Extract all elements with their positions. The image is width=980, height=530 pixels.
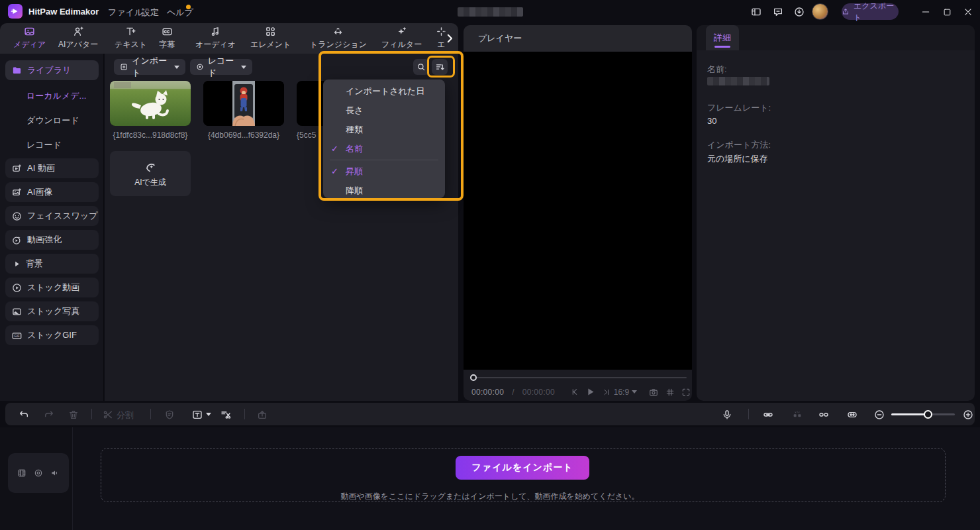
- sidebar-item-library[interactable]: ライブラリ: [5, 60, 99, 80]
- sort-option-ascending[interactable]: ✓ 昇順: [323, 162, 445, 181]
- zoom-out-button[interactable]: [873, 409, 885, 421]
- record-dropdown-button[interactable]: レコード: [190, 59, 252, 75]
- media-thumbnail-kitten[interactable]: [110, 81, 191, 126]
- grid-button[interactable]: [664, 388, 675, 397]
- ai-image-icon: [12, 187, 22, 197]
- unlink-magnet-button[interactable]: [791, 409, 803, 421]
- player-seekbar[interactable]: [470, 374, 687, 381]
- aspect-ratio-value[interactable]: 16:9: [614, 388, 629, 397]
- sort-option-name[interactable]: ✓ 名前: [323, 139, 445, 158]
- tab-transition[interactable]: トランジション: [310, 26, 367, 50]
- link-button[interactable]: [762, 409, 774, 421]
- tab-audio[interactable]: オーディオ: [195, 26, 236, 50]
- feedback-button[interactable]: [771, 5, 785, 19]
- sort-option-import-date[interactable]: インポートされた日: [323, 81, 445, 101]
- sidebar-item-ai-video[interactable]: AI 動画: [5, 158, 99, 178]
- filmstrip-icon[interactable]: [17, 468, 26, 478]
- minimize-button[interactable]: [918, 5, 933, 19]
- ai-video-icon: [12, 164, 22, 174]
- sort-option-duration[interactable]: 長さ: [323, 101, 445, 120]
- menu-settings[interactable]: 設定: [142, 7, 159, 19]
- speaker-icon[interactable]: [50, 468, 60, 478]
- unlink-button[interactable]: [818, 409, 830, 421]
- player-panel: プレイヤー 00:00:00 / 00:00:00 16:9: [464, 25, 692, 401]
- sidebar-item-video-enhance[interactable]: 動画強化: [5, 230, 99, 250]
- snapshot-button[interactable]: [648, 388, 659, 397]
- sidebar-item-stock-video[interactable]: ストック動画: [5, 278, 99, 297]
- tab-element[interactable]: エレメント: [250, 26, 291, 50]
- search-button[interactable]: [413, 59, 429, 75]
- sidebar-item-background[interactable]: 背景: [5, 254, 99, 274]
- player-header: プレイヤー: [464, 25, 692, 52]
- sort-option-descending[interactable]: 降順: [323, 181, 445, 200]
- seek-handle[interactable]: [470, 374, 477, 381]
- caret-down-icon: [206, 413, 211, 416]
- ai-generate-card[interactable]: AIで生成: [110, 151, 191, 196]
- element-icon: [265, 26, 276, 37]
- media-item-label: {4db069d...f6392da}: [203, 131, 284, 140]
- export-frame-button[interactable]: [256, 409, 268, 421]
- delete-button[interactable]: [68, 409, 79, 421]
- framerate-value: 30: [707, 116, 716, 126]
- import-file-label: ファイルをインポート: [472, 462, 573, 474]
- undo-button[interactable]: [18, 409, 30, 421]
- caret-down-icon: [241, 66, 246, 69]
- timeline-zoom-slider[interactable]: [891, 413, 955, 415]
- maximize-button[interactable]: [940, 5, 954, 19]
- badge-button[interactable]: [164, 409, 175, 421]
- import-file-button[interactable]: ファイルをインポート: [456, 456, 589, 480]
- text-tool-button[interactable]: [191, 409, 203, 421]
- sidebar-label: ストック写真: [27, 305, 79, 317]
- library-sidebar: ライブラリ ローカルメデ... ダウンロード レコード AI 動画 AI画像 フ…: [0, 54, 104, 401]
- tab-ai-avatar[interactable]: AIアバター: [58, 26, 98, 50]
- zoom-slider-fill: [891, 413, 928, 415]
- sidebar-item-ai-image[interactable]: AI画像: [5, 182, 99, 202]
- help-notification-dot: [186, 5, 191, 9]
- chevron-right-icon: [444, 32, 456, 44]
- sort-button[interactable]: [432, 59, 448, 75]
- export-button[interactable]: エクスポート: [842, 3, 899, 20]
- zoom-slider-handle[interactable]: [924, 410, 932, 419]
- import-dropdown-button[interactable]: インポート: [114, 59, 185, 75]
- drop-hint-text: 動画や画像をここにドラッグまたはインポートして、動画作成を始めてください。: [0, 491, 980, 502]
- export-label: エクスポート: [854, 1, 899, 23]
- media-thumbnail-mario[interactable]: [203, 81, 284, 126]
- tabs-scroll-right-button[interactable]: [442, 30, 457, 47]
- folder-icon: [12, 66, 22, 76]
- redo-button[interactable]: [43, 409, 55, 421]
- sidebar-item-stock-photo[interactable]: ストック写真: [5, 301, 99, 321]
- tab-subtitle[interactable]: 字幕: [159, 26, 175, 50]
- zoom-in-button[interactable]: [962, 409, 974, 421]
- sidebar-item-stock-gif[interactable]: GIF ストックGIF: [5, 325, 99, 345]
- menu-file[interactable]: ファイル: [108, 7, 143, 19]
- user-avatar[interactable]: [812, 3, 828, 20]
- stock-video-icon: [12, 283, 22, 293]
- sidebar-item-record[interactable]: レコード: [26, 139, 62, 151]
- download-button[interactable]: [792, 5, 807, 19]
- ai-generate-icon: [144, 160, 157, 173]
- sidebar-label: 背景: [26, 258, 43, 270]
- player-video-area[interactable]: [464, 52, 692, 370]
- subtitle-split-button[interactable]: [220, 409, 232, 421]
- play-button[interactable]: [585, 387, 596, 397]
- layout-button[interactable]: [749, 5, 763, 19]
- record-track-icon[interactable]: [34, 468, 43, 478]
- tab-media[interactable]: メディア: [13, 26, 46, 50]
- sidebar-label: ライブラリ: [27, 64, 72, 76]
- sidebar-item-face-swap[interactable]: フェイススワップ: [5, 206, 99, 226]
- fit-timeline-button[interactable]: [846, 409, 858, 421]
- previous-frame-button[interactable]: [569, 388, 581, 396]
- tab-filter[interactable]: フィルター: [381, 26, 422, 50]
- sort-option-type[interactable]: 種類: [323, 120, 445, 139]
- next-frame-icon[interactable]: [601, 388, 612, 396]
- sidebar-item-download[interactable]: ダウンロード: [26, 115, 79, 127]
- close-button[interactable]: [961, 5, 975, 19]
- sidebar-item-local-media[interactable]: ローカルメデ...: [26, 90, 86, 102]
- kitten-image: [110, 81, 191, 126]
- tab-details[interactable]: 詳細: [706, 25, 739, 50]
- split-button[interactable]: [102, 409, 114, 421]
- fullscreen-button[interactable]: [681, 388, 692, 397]
- import-method-value: 元の場所に保存: [707, 153, 768, 165]
- tab-text[interactable]: テキスト: [115, 26, 147, 50]
- voiceover-button[interactable]: [721, 409, 733, 421]
